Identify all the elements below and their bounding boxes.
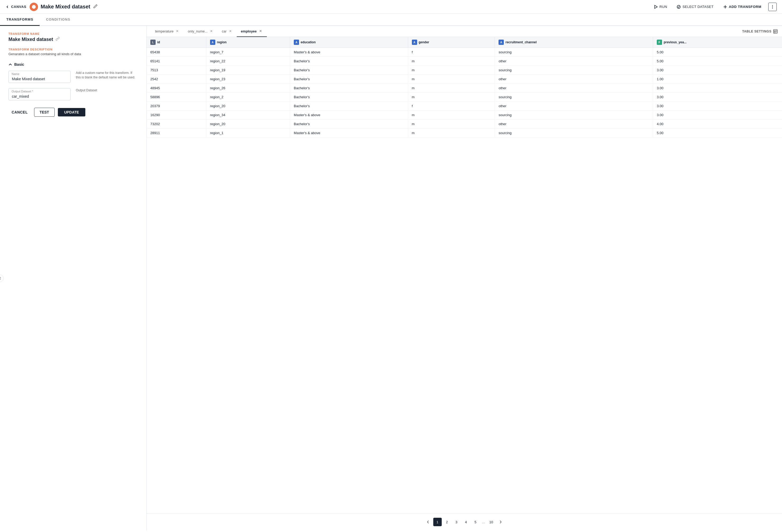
transform-desc-label: Transform Description <box>8 48 138 51</box>
tab-transforms[interactable]: TRANSFORMS <box>0 14 40 26</box>
cell-previous_year: 1.00 <box>653 75 782 84</box>
cell-previous_year: 5.00 <box>653 57 782 66</box>
cell-id: 16290 <box>147 111 206 120</box>
close-tab-car[interactable]: ✕ <box>228 29 233 33</box>
type-badge-F: F <box>657 40 662 45</box>
col-header-region: Aregion <box>206 37 290 48</box>
top-nav: CANVAS Make Mixed dataset RUN SELECT DAT… <box>0 0 782 14</box>
close-tab-employee[interactable]: ✕ <box>258 29 262 33</box>
cell-recruitment_channel: sourcing <box>495 128 653 138</box>
cell-region: region_20 <box>206 120 290 128</box>
form-row-name: Name Add a custom name for this transfor… <box>8 71 138 84</box>
cell-education: Bachelor's <box>290 75 408 84</box>
svg-rect-8 <box>774 29 777 33</box>
basic-section-header[interactable]: Basic <box>8 62 138 67</box>
select-dataset-button[interactable]: SELECT DATASET <box>674 3 716 10</box>
table-row: 16290region_34Master's & abovemsourcing3… <box>147 111 782 120</box>
page-title: Make Mixed dataset <box>41 4 91 10</box>
pagination-page-10[interactable]: 10 <box>487 518 495 526</box>
data-tab-employee[interactable]: employee ✕ <box>237 26 267 37</box>
transform-name-value: Make Mixed dataset <box>8 36 138 42</box>
run-label: RUN <box>660 5 667 9</box>
cell-recruitment_channel: other <box>495 102 653 111</box>
chevron-up-icon <box>8 63 12 66</box>
chevron-left-page-icon <box>426 520 430 524</box>
cell-id: 65141 <box>147 57 206 66</box>
table-row: 20379region_20Bachelor'sfother3.00 <box>147 102 782 111</box>
cell-region: region_1 <box>206 128 290 138</box>
tabs-bar: TRANSFORMS CONDITIONS <box>0 14 782 26</box>
table-settings-button[interactable]: TABLE SETTINGS <box>742 27 778 36</box>
cell-gender: m <box>408 75 495 84</box>
tab-conditions[interactable]: CONDITIONS <box>40 14 77 26</box>
table-row: 65438region_7Master's & abovefsourcing5.… <box>147 48 782 57</box>
svg-point-6 <box>772 6 773 7</box>
pagination-page-3[interactable]: 3 <box>452 518 461 526</box>
transform-desc-value: Genarates a dataset containing all kinds… <box>8 52 138 56</box>
cell-previous_year: 3.00 <box>653 84 782 93</box>
pagination-page-4[interactable]: 4 <box>462 518 470 526</box>
cell-recruitment_channel: other <box>495 120 653 128</box>
col-header-gender: Agender <box>408 37 495 48</box>
select-dataset-label: SELECT DATASET <box>682 5 713 9</box>
add-transform-label: ADD TRANSFORM <box>729 5 761 9</box>
cell-recruitment_channel: other <box>495 57 653 66</box>
cell-previous_year: 5.00 <box>653 48 782 57</box>
cell-id: 28911 <box>147 128 206 138</box>
ellipsis-icon <box>770 5 775 9</box>
cell-region: region_34 <box>206 111 290 120</box>
nav-right: RUN SELECT DATASET ADD TRANSFORM <box>651 3 777 11</box>
pagination-page-5[interactable]: 5 <box>471 518 480 526</box>
output-dataset-field: Output Dataset * <box>8 88 71 101</box>
cell-gender: f <box>408 48 495 57</box>
canvas-back-button[interactable]: CANVAS <box>5 5 27 9</box>
add-transform-button[interactable]: ADD TRANSFORM <box>720 3 764 10</box>
cell-recruitment_channel: sourcing <box>495 66 653 75</box>
title-area: Make Mixed dataset <box>30 3 98 11</box>
main-layout: Transform Name Make Mixed dataset Transf… <box>0 26 782 530</box>
update-button[interactable]: UPDATE <box>58 108 85 116</box>
pagination-prev[interactable] <box>424 518 432 526</box>
table-row: 48945region_26Bachelor'smother3.00 <box>147 84 782 93</box>
transform-name-section: Transform Name Make Mixed dataset <box>8 32 138 42</box>
action-buttons: CANCEL TEST UPDATE <box>8 108 138 117</box>
data-tab-temperature[interactable]: temperature ✕ <box>151 26 184 37</box>
col-header-id: Lid <box>147 37 206 48</box>
cell-previous_year: 3.00 <box>653 102 782 111</box>
cell-education: Master's & above <box>290 48 408 57</box>
table-row: 65141region_22Bachelor'smother5.00 <box>147 57 782 66</box>
more-options-button[interactable] <box>768 3 777 11</box>
data-tab-car[interactable]: car ✕ <box>218 26 237 37</box>
data-tab-only-numer[interactable]: only_nume... ✕ <box>184 26 217 37</box>
canvas-label: CANVAS <box>11 5 27 9</box>
close-tab-only-numer[interactable]: ✕ <box>209 29 213 33</box>
cell-education: Bachelor's <box>290 93 408 102</box>
link-icon[interactable] <box>55 36 60 42</box>
collapse-panel-button[interactable] <box>0 275 4 282</box>
cell-id: 2542 <box>147 75 206 84</box>
data-table-container: Lid Aregion Aeducation Agender Arecruitm <box>147 37 782 513</box>
basic-label: Basic <box>14 62 24 67</box>
test-button[interactable]: TEST <box>34 108 55 117</box>
name-input-wrap: Name <box>8 71 71 83</box>
col-header-education: Aeducation <box>290 37 408 48</box>
close-tab-temperature[interactable]: ✕ <box>175 29 179 33</box>
svg-point-5 <box>772 5 773 6</box>
transform-name-label: Transform Name <box>8 32 138 35</box>
cancel-button[interactable]: CANCEL <box>8 108 31 116</box>
run-button[interactable]: RUN <box>651 3 670 10</box>
cell-region: region_23 <box>206 75 290 84</box>
cell-id: 48945 <box>147 84 206 93</box>
cell-gender: m <box>408 111 495 120</box>
cell-previous_year: 3.00 <box>653 111 782 120</box>
cell-gender: m <box>408 120 495 128</box>
pagination-next[interactable] <box>496 518 505 526</box>
edit-icon[interactable] <box>93 4 98 9</box>
chevron-right-page-icon <box>499 520 502 524</box>
cell-id: 58896 <box>147 93 206 102</box>
cell-gender: m <box>408 84 495 93</box>
table-settings-label: TABLE SETTINGS <box>742 30 772 33</box>
pagination-page-1[interactable]: 1 <box>433 518 442 526</box>
name-field: Name <box>8 71 71 84</box>
pagination-page-2[interactable]: 2 <box>443 518 451 526</box>
